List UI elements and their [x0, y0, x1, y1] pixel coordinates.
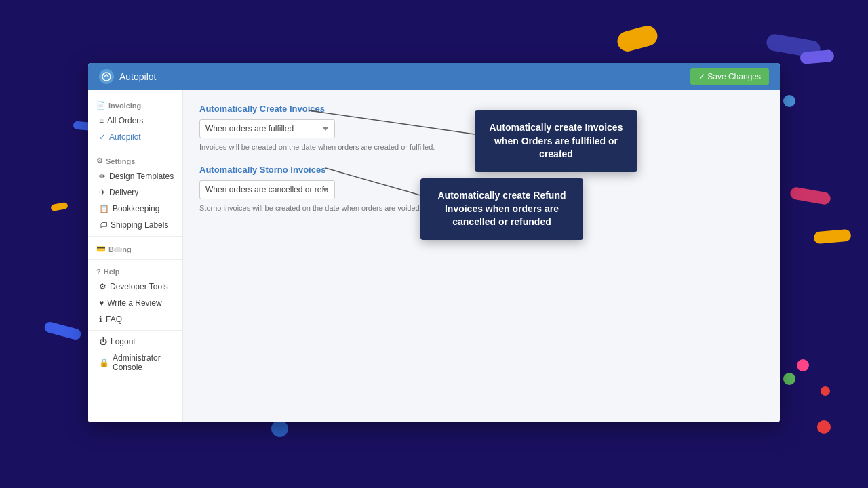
all-orders-icon: ≡ [99, 116, 104, 125]
sidebar-item-all-orders[interactable]: ≡ All Orders [88, 113, 182, 129]
app-window: Autopilot ✓ Save Changes 📄 Invoicing ≡ A… [88, 63, 780, 422]
sidebar-item-write-review[interactable]: ♥ Write a Review [88, 295, 182, 311]
settings-icon: ⚙ [96, 157, 103, 165]
sidebar-item-design-templates[interactable]: ✏ Design Templates [88, 168, 182, 184]
app-body: 📄 Invoicing ≡ All Orders ✓ Autopilot ⚙ S… [88, 90, 780, 422]
shipping-icon: 🏷 [99, 220, 107, 230]
sidebar-section-settings: ⚙ Settings [88, 151, 182, 168]
sidebar-item-autopilot[interactable]: ✓ Autopilot [88, 129, 182, 145]
tooltip-box-2: Automatically create Refund Invoices whe… [420, 178, 583, 240]
sidebar-section-invoicing: 📄 Invoicing [88, 96, 182, 113]
app-title: Autopilot [119, 71, 156, 82]
invoicing-icon: 📄 [96, 101, 106, 110]
sidebar-item-shipping-labels[interactable]: 🏷 Shipping Labels [88, 217, 182, 233]
billing-icon: 💳 [96, 245, 106, 253]
faq-icon: ℹ [99, 314, 102, 324]
sidebar-section-help: ? Help [88, 262, 182, 279]
app-logo [99, 69, 114, 84]
sidebar: 📄 Invoicing ≡ All Orders ✓ Autopilot ⚙ S… [88, 90, 183, 422]
sidebar-item-delivery[interactable]: ✈ Delivery [88, 184, 182, 201]
header: Autopilot ✓ Save Changes [88, 63, 780, 90]
auto-create-select[interactable]: When orders are fulfilled When orders ar… [199, 119, 335, 138]
admin-icon: 🔒 [99, 358, 109, 367]
delivery-icon: ✈ [99, 188, 106, 197]
save-changes-button[interactable]: ✓ Save Changes [690, 68, 769, 85]
dev-tools-icon: ⚙ [99, 282, 106, 291]
sidebar-section-billing: 💳 Billing [88, 239, 182, 256]
sidebar-item-developer-tools[interactable]: ⚙ Developer Tools [88, 279, 182, 295]
sidebar-item-logout[interactable]: ⏻ Logout [88, 333, 182, 350]
help-icon: ? [96, 268, 101, 276]
auto-storno-select[interactable]: When orders are cancelled or refunded Ne… [199, 180, 335, 199]
bookkeeping-icon: 📋 [99, 204, 109, 214]
svg-point-0 [102, 73, 111, 81]
logout-icon: ⏻ [99, 337, 107, 346]
sidebar-item-bookkeeping[interactable]: 📋 Bookkeeping [88, 201, 182, 217]
design-icon: ✏ [99, 171, 106, 181]
tooltip-box-1: Automatically create Invoices when Order… [475, 110, 637, 172]
autopilot-icon: ✓ [99, 132, 106, 142]
main-content: Automatically Create Invoices When order… [183, 90, 780, 422]
header-left: Autopilot [99, 69, 156, 84]
review-icon: ♥ [99, 298, 104, 308]
sidebar-item-admin-console[interactable]: 🔒 Administrator Console [88, 350, 182, 375]
sidebar-item-faq[interactable]: ℹ FAQ [88, 311, 182, 327]
